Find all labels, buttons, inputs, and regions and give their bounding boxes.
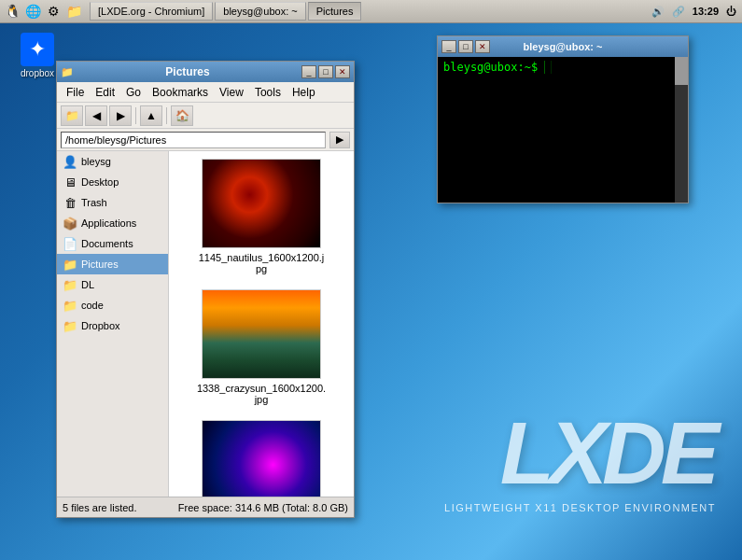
file-thumbnail-2 [202, 289, 321, 379]
menu-help[interactable]: Help [287, 84, 321, 101]
taskbar-window-pictures[interactable]: Pictures [308, 2, 362, 21]
lxde-subtitle: Lightweight X11 Desktop Environment [444, 502, 716, 513]
menu-bookmarks[interactable]: Bookmarks [147, 84, 214, 101]
sidebar-item-code[interactable]: 📁 code [57, 295, 168, 315]
taskbar: 🐧 🌐 ⚙ 📁 [LXDE.org - Chromium] bleysg@ubo… [0, 0, 742, 23]
sidebar-label-dl: DL [81, 279, 94, 290]
menu-bar: File Edit Go Bookmarks View Tools Help [57, 82, 354, 103]
pictures-label: Pictures [316, 6, 354, 17]
dl-icon: 📁 [63, 277, 77, 292]
file-label-2: 1338_crazysun_1600x1200.jpg [196, 383, 327, 405]
sidebar-item-bleysg[interactable]: 👤 bleysg [57, 151, 168, 172]
sidebar-item-documents[interactable]: 📄 Documents [57, 233, 168, 254]
fm-titlebar: 📁 Pictures _ □ ✕ [57, 62, 354, 82]
menu-tools[interactable]: Tools [249, 84, 287, 101]
taskbar-right: 🔊 🔗 13:29 ⏻ [646, 6, 742, 18]
taskbar-icon-1[interactable]: 🐧 [3, 2, 21, 21]
desktop: 🐧 🌐 ⚙ 📁 [LXDE.org - Chromium] bleysg@ubo… [0, 0, 742, 560]
close-button[interactable]: ✕ [335, 65, 350, 78]
lxde-logo: LXDE [500, 402, 714, 504]
toolbar-up[interactable]: ▲ [140, 105, 162, 126]
sidebar-item-trash[interactable]: 🗑 Trash [57, 192, 168, 213]
sidebar-label-bleysg: bleysg [81, 156, 111, 167]
file-item-3[interactable]: 01912_shoreofthefractalse a_1600x1200.jp… [196, 420, 327, 497]
applications-icon: 📦 [63, 216, 77, 231]
file-thumbnail-3 [202, 420, 321, 497]
terminal-titlebar: _ □ ✕ bleysg@ubox: ~ [438, 36, 688, 57]
menu-file[interactable]: File [61, 84, 90, 101]
sidebar-item-dropbox[interactable]: 📁 Dropbox [57, 315, 168, 336]
desktop-icon-sidebar: 🖥 [63, 175, 77, 189]
sidebar-item-desktop[interactable]: 🖥 Desktop [57, 172, 168, 192]
file-manager-window: 📁 Pictures _ □ ✕ File Edit Go Bookmarks … [56, 61, 355, 518]
sidebar-label-code: code [81, 300, 104, 311]
fm-window-icon: 📁 [61, 66, 74, 78]
pictures-folder-icon: 📁 [63, 257, 77, 272]
dropbox-sidebar-icon: 📁 [63, 318, 77, 333]
toolbar-separator [135, 107, 136, 124]
sidebar-label-desktop: Desktop [81, 176, 119, 188]
file-item-1[interactable]: 1145_nautilus_1600x1200.jpg [196, 159, 327, 274]
sidebar-label-applications: Applications [81, 217, 136, 229]
status-bar: 5 files are listed. Free space: 314.6 MB… [57, 497, 354, 517]
toolbar-separator-2 [166, 107, 167, 124]
sidebar-label-dropbox: Dropbox [81, 320, 120, 331]
sidebar-label-documents: Documents [81, 238, 133, 249]
address-go-button[interactable]: ▶ [329, 132, 350, 148]
fm-window-controls: _ □ ✕ [301, 65, 350, 78]
dropbox-icon-image: ✦ [21, 33, 54, 66]
volume-icon: 🔊 [651, 6, 665, 18]
terminal-scrollbar[interactable] [675, 57, 688, 203]
documents-icon: 📄 [63, 236, 77, 251]
network-icon: 🔗 [672, 6, 685, 18]
terminal-minimize[interactable]: _ [441, 40, 456, 53]
sidebar-item-applications[interactable]: 📦 Applications [57, 213, 168, 233]
toolbar-new-folder[interactable]: 📁 [61, 105, 83, 126]
sidebar: 👤 bleysg 🖥 Desktop 🗑 Trash 📦 Application… [57, 151, 169, 497]
file-grid: 1145_nautilus_1600x1200.jpg 1338_crazysu… [169, 151, 354, 497]
menu-view[interactable]: View [214, 84, 249, 101]
taskbar-windows: [LXDE.org - Chromium] bleysg@ubox: ~ Pic… [86, 2, 646, 21]
sidebar-item-pictures[interactable]: 📁 Pictures [57, 254, 168, 274]
sidebar-label-pictures: Pictures [81, 259, 119, 270]
dropbox-label: dropbox [21, 68, 54, 78]
fm-content: 👤 bleysg 🖥 Desktop 🗑 Trash 📦 Application… [57, 151, 354, 497]
toolbar-back[interactable]: ◀ [85, 105, 107, 126]
user-icon: 👤 [63, 154, 77, 169]
file-item-2[interactable]: 1338_crazysun_1600x1200.jpg [196, 289, 327, 405]
toolbar-home[interactable]: 🏠 [171, 105, 193, 126]
taskbar-window-chromium[interactable]: [LXDE.org - Chromium] [90, 2, 213, 21]
terminal-content[interactable]: bleysg@ubox:~$ █ [438, 57, 688, 203]
code-icon: 📁 [63, 298, 77, 313]
taskbar-window-terminal[interactable]: bleysg@ubox: ~ [215, 2, 305, 21]
terminal-body: bleysg@ubox:~$ █ [438, 57, 688, 203]
taskbar-icon-2[interactable]: 🌐 [23, 2, 42, 21]
toolbar: 📁 ◀ ▶ ▲ 🏠 [57, 103, 354, 129]
terminal-close[interactable]: ✕ [475, 40, 490, 53]
terminal-maximize[interactable]: □ [458, 40, 473, 53]
minimize-button[interactable]: _ [301, 65, 316, 78]
taskbar-icon-3[interactable]: ⚙ [44, 2, 63, 21]
menu-go[interactable]: Go [120, 84, 147, 101]
scrollbar-thumb[interactable] [675, 57, 688, 85]
address-bar: ▶ [57, 129, 354, 151]
sidebar-item-dl[interactable]: 📁 DL [57, 274, 168, 295]
trash-icon: 🗑 [63, 195, 77, 210]
address-input[interactable] [61, 132, 326, 148]
taskbar-time: 13:29 [693, 6, 719, 17]
terminal-prompt: bleysg@ubox:~$ [443, 61, 538, 74]
terminal-title: bleysg@ubox: ~ [490, 41, 636, 52]
dropbox-desktop-icon[interactable]: ✦ dropbox [14, 33, 61, 78]
power-icon: ⏻ [726, 6, 736, 17]
menu-edit[interactable]: Edit [90, 84, 120, 101]
taskbar-icon-4[interactable]: 📁 [64, 2, 83, 21]
terminal-label: bleysg@ubox: ~ [223, 6, 297, 17]
toolbar-forward[interactable]: ▶ [109, 105, 132, 126]
terminal-window: _ □ ✕ bleysg@ubox: ~ bleysg@ubox:~$ █ [437, 35, 689, 203]
status-files-count: 5 files are listed. [63, 502, 136, 513]
maximize-button[interactable]: □ [318, 65, 333, 78]
sidebar-label-trash: Trash [81, 197, 107, 208]
file-label-1: 1145_nautilus_1600x1200.jpg [196, 252, 327, 274]
file-thumbnail-1 [202, 159, 321, 248]
terminal-controls: _ □ ✕ [441, 40, 490, 53]
